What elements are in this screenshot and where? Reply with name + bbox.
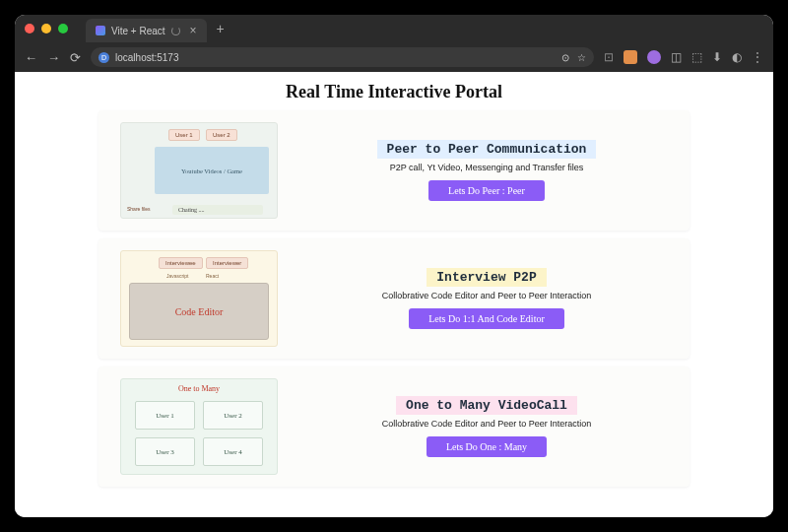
- lang-label: React: [206, 273, 219, 279]
- illus-title: One to Many: [121, 384, 277, 393]
- chat-box: Chating ....: [172, 205, 263, 215]
- feature-info: One to Many VideoCall Collobrative Code …: [305, 396, 668, 457]
- user-cell: User 3: [135, 437, 195, 466]
- page-title: Real Time Interactive Portal: [15, 82, 773, 102]
- close-window-button[interactable]: [25, 24, 34, 33]
- feature-heading: Peer to Peer Communication: [377, 140, 597, 159]
- url-text: localhost:5173: [115, 52, 179, 63]
- tab-favicon: [96, 26, 105, 35]
- window-controls: [25, 24, 68, 33]
- user-cell: User 2: [203, 401, 263, 430]
- tab-title: Vite + React: [111, 26, 165, 36]
- feature-card-onetomany: One to Many User 1 User 2 User 3 User 4 …: [98, 366, 690, 487]
- extension-icon[interactable]: ⊡: [604, 50, 614, 64]
- minimize-window-button[interactable]: [41, 24, 51, 33]
- feature-card-p2p: User 1 User 2 Youtube Videos / Game Shar…: [98, 110, 690, 231]
- extension-icon[interactable]: [647, 50, 661, 64]
- titlebar: Vite + React × +: [15, 15, 773, 42]
- p2p-cta-button[interactable]: Lets Do Peer : Peer: [428, 180, 545, 201]
- video-box: Youtube Videos / Game: [155, 147, 269, 194]
- browser-toolbar: ← → ⟳ D localhost:5173 ⊙ ☆ ⊡ ◫ ⬚ ⬇ ◐ ⋮: [15, 42, 773, 72]
- download-icon[interactable]: ⬇: [712, 50, 722, 64]
- forward-button[interactable]: →: [47, 50, 60, 65]
- menu-icon[interactable]: ⋮: [752, 50, 763, 64]
- user-cell: User 1: [135, 401, 195, 430]
- feature-info: Interview P2P Collobrative Code Editor a…: [305, 268, 668, 329]
- feature-heading: Interview P2P: [427, 268, 546, 287]
- reload-button[interactable]: ⟳: [70, 50, 81, 65]
- address-bar[interactable]: D localhost:5173 ⊙ ☆: [91, 47, 594, 67]
- editor-box: Code Editor: [129, 283, 269, 340]
- feature-info: Peer to Peer Communication P2P call, Yt …: [305, 140, 668, 201]
- back-button[interactable]: ←: [25, 50, 37, 65]
- extension-icon[interactable]: [624, 50, 637, 64]
- extension-icons: ⊡ ◫ ⬚ ⬇ ◐ ⋮: [604, 50, 763, 64]
- feature-heading: One to Many VideoCall: [396, 396, 577, 415]
- new-tab-button[interactable]: +: [217, 21, 225, 36]
- onetomany-cta-button[interactable]: Lets Do One : Many: [427, 436, 547, 457]
- profile-icon[interactable]: ◐: [732, 50, 742, 64]
- interview-illustration: Interviewee Interviewer Javascript React…: [120, 250, 278, 347]
- feature-description: Collobrative Code Editor and Peer to Pee…: [382, 419, 592, 429]
- maximize-window-button[interactable]: [58, 24, 68, 33]
- interview-cta-button[interactable]: Lets Do 1:1 And Code Editor: [409, 308, 564, 329]
- role-chip: Interviewee: [159, 257, 203, 269]
- lang-label: Javascript: [166, 273, 189, 279]
- user-cell: User 4: [203, 437, 263, 466]
- feature-description: Collobrative Code Editor and Peer to Pee…: [382, 291, 592, 300]
- close-tab-icon[interactable]: ×: [190, 24, 197, 37]
- browser-window: Vite + React × + ← → ⟳ D localhost:5173 …: [15, 15, 773, 517]
- search-icon[interactable]: ⊙: [561, 52, 569, 63]
- role-chip: Interviewer: [206, 257, 248, 269]
- bookmark-icon[interactable]: ☆: [577, 52, 586, 63]
- p2p-illustration: User 1 User 2 Youtube Videos / Game Shar…: [120, 122, 278, 219]
- browser-tab[interactable]: Vite + React ×: [86, 19, 207, 42]
- site-info-icon[interactable]: D: [98, 52, 109, 63]
- extension-icon[interactable]: ⬚: [691, 50, 702, 64]
- onetomany-illustration: One to Many User 1 User 2 User 3 User 4: [120, 378, 278, 475]
- page-content: Real Time Interactive Portal User 1 User…: [15, 72, 773, 517]
- share-label: Share files: [127, 207, 151, 212]
- feature-card-interview: Interviewee Interviewer Javascript React…: [98, 238, 690, 359]
- extensions-menu-icon[interactable]: ◫: [671, 50, 682, 64]
- feature-description: P2P call, Yt Video, Messenging and Trans…: [390, 163, 584, 172]
- loading-spinner-icon: [171, 27, 180, 35]
- user-chip: User 2: [206, 129, 237, 141]
- user-chip: User 1: [168, 129, 200, 141]
